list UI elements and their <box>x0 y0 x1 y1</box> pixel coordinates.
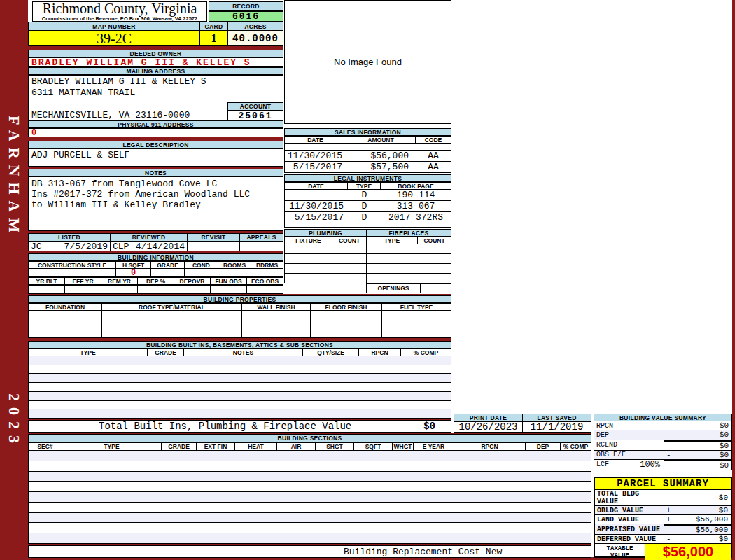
building-value-summary-header: BUILDING VALUE SUMMARY <box>594 414 732 421</box>
bvs-label: DEP <box>596 431 609 439</box>
column-header-eyear: E YEAR <box>414 443 454 450</box>
wall-finish-value <box>242 312 311 337</box>
parcel-summary: PARCEL SUMMARY TOTAL BLDG VALUE $0 OBLDG… <box>594 477 732 558</box>
legal-instruments-table: D 190 114 11/30/2015 D 313 067 5/15/2017… <box>284 190 451 227</box>
revisit-label: REVISIT <box>188 234 240 241</box>
column-header-amount: AMOUNT <box>346 136 416 143</box>
bvs-value: $0 <box>720 430 729 439</box>
appeals-label: APPEALS <box>240 234 283 241</box>
building-information-header: BUILDING INFORMATION <box>28 253 284 261</box>
roof-value <box>102 312 242 337</box>
bvs-value: $0 <box>720 442 729 450</box>
empty-row <box>29 482 591 492</box>
acres-value: 40.0000 <box>228 31 283 46</box>
column-header-book-page: BOOK PAGE <box>381 183 451 189</box>
footer-row: Building Replacement Cost New <box>28 545 592 558</box>
foundation-value <box>29 312 102 337</box>
column-header-cond: COND <box>185 262 218 268</box>
parcel-row: LAND VALUE +$56,000 <box>595 515 731 524</box>
parcel-row: OBLDG VALUE +$0 <box>595 506 731 515</box>
parcel-label: OBLDG VALUE <box>597 507 643 514</box>
column-header-pct-comp: % COMP <box>561 443 591 450</box>
reviewed-date: 4/14/2014 <box>136 242 185 251</box>
column-header-grade: GRADE <box>162 443 197 450</box>
legal-description-header: LEGAL DESCRIPTION <box>28 141 284 148</box>
notes-box: DB 313-067 from Tanglewood Cove LC Ins #… <box>28 176 284 231</box>
column-header-construction-style: CONSTRUCTION STYLE <box>29 262 116 268</box>
county-title: Richmond County, Virginia <box>33 2 206 15</box>
empty-row <box>29 503 591 513</box>
funobs-value <box>211 286 247 293</box>
column-header-fireplace-type: TYPE <box>367 237 418 244</box>
bvs-row: OBS F/E -$0 <box>594 451 732 460</box>
column-header-sec: SEC# <box>29 443 62 450</box>
built-ins-total-label: Total Built Ins, Plumbing & Fireplace Va… <box>99 421 351 432</box>
bvs-op: - <box>666 430 671 439</box>
column-header-bdrms: BDRMS <box>251 262 283 268</box>
map-number-label: MAP NUMBER <box>29 22 200 30</box>
notes-line-3: to William III & Kelley Bradley <box>31 200 280 210</box>
bvs-row: RCLND $0 <box>594 440 732 451</box>
empty-row <box>29 461 591 472</box>
sale-code: AA <box>416 162 451 172</box>
column-header-yrblt: YR BLT <box>29 278 65 284</box>
parcel-value: $0 <box>719 535 728 543</box>
floor-finish-value <box>311 312 382 337</box>
column-header-floor-finish: FLOOR FINISH <box>311 304 382 310</box>
parcel-op: + <box>666 506 671 514</box>
bvs-row: DEP -$0 <box>594 430 732 440</box>
instrument-type: D <box>348 190 381 200</box>
card-label: CARD <box>200 22 228 30</box>
grade-value <box>151 270 185 276</box>
bvs-pct: 100% <box>640 460 660 470</box>
listed-label: LISTED <box>29 234 111 241</box>
column-header-dep: DEP <box>526 443 561 450</box>
column-header-air: AIR <box>277 443 316 450</box>
print-date-value: 10/26/2023 <box>454 422 523 432</box>
physical-911-value: 0 <box>28 128 284 137</box>
column-header-notes: NOTES <box>184 349 303 356</box>
bvs-row: RPCN $0 <box>594 421 732 430</box>
photo-panel: No Image Found <box>284 0 451 124</box>
sale-amount: $57,500 <box>346 162 416 172</box>
bvs-row: LCF100% $0 <box>594 460 732 470</box>
fireplaces-header: FIREPLACES <box>367 230 451 236</box>
instrument-date: 5/15/2017 <box>285 212 348 223</box>
plumbing-fireplaces-rows <box>284 244 451 284</box>
parcel-value: $56,000 <box>696 515 728 524</box>
parcel-label: APPRAISED VALUE <box>597 526 660 533</box>
column-header-qty-size: QTY/SIZE <box>303 349 359 356</box>
right-frame <box>732 0 735 560</box>
column-header-rpcn: RPCN <box>454 443 526 450</box>
bvs-value: $0 <box>720 461 729 470</box>
empty-row <box>29 401 451 410</box>
physical-911-header: PHYSICAL 911 ADDRESS <box>28 120 284 128</box>
openings-label: OPENINGS <box>366 284 421 293</box>
dep-pct-value <box>138 286 174 293</box>
bvs-label: RCLND <box>596 441 617 449</box>
column-header-foundation: FOUNDATION <box>29 304 102 310</box>
bvs-value: $0 <box>720 421 729 430</box>
reviewed-label: REVIEWED <box>111 234 188 241</box>
left-frame <box>0 0 28 560</box>
ecoobs-value <box>247 286 283 293</box>
column-header-hsqft: H SQFT <box>116 262 151 268</box>
instrument-type: D <box>348 201 381 211</box>
last-saved-value: 11/1/2019 <box>523 422 591 432</box>
column-header-type: TYPE <box>62 443 162 450</box>
property-record-card: { "frame": {"district": "FARNHAM", "year… <box>0 0 735 560</box>
parcel-op: - <box>666 535 671 543</box>
reviewed-by: CLP <box>113 242 129 251</box>
deeded-owner-header: DEEDED OWNER <box>28 50 284 57</box>
empty-row <box>29 472 591 482</box>
acres-label: ACRES <box>228 22 283 30</box>
parcel-summary-rows: TOTAL BLDG VALUE $0 OBLDG VALUE +$0 LAND… <box>595 490 731 543</box>
column-header-effyr: EFF YR <box>65 278 102 284</box>
no-image-text: No Image Found <box>334 57 402 67</box>
mailing-line-1: BRADLEY WILLIAM G III & KELLEY S <box>31 76 280 88</box>
column-header-sqft: SQFT <box>354 443 393 450</box>
column-header-count: COUNT <box>332 237 367 244</box>
parcel-value: $56,000 <box>696 526 728 534</box>
column-header-dep-pct: DEP % <box>138 278 174 284</box>
column-header-rooms: ROOMS <box>218 262 251 268</box>
